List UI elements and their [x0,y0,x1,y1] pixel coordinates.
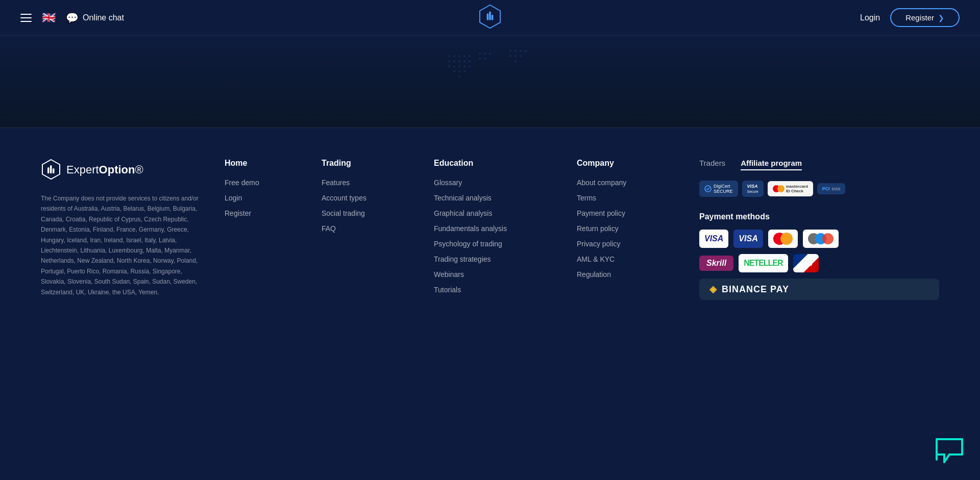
hamburger-menu[interactable] [20,14,32,22]
svg-point-30 [525,50,527,52]
account-types-link[interactable]: Account types [322,194,366,202]
list-item: Glossary [434,178,556,187]
svg-point-25 [479,58,481,60]
tab-affiliate-program[interactable]: Affiliate program [741,159,802,170]
svg-point-23 [484,53,486,55]
maestro-payment-card [803,230,839,248]
svg-rect-35 [47,167,50,173]
list-item: Graphical analysis [434,209,556,218]
about-company-link[interactable]: About company [577,179,626,187]
footer-disclaimer: The Company does not provide services to… [41,193,204,297]
footer-logo-text: ExpertOption® [66,163,143,176]
chat-icon: 💬 [66,12,79,24]
list-item: Features [322,178,413,187]
svg-point-10 [458,60,460,62]
payment-methods-title: Payment methods [699,212,939,221]
svg-rect-37 [53,168,55,173]
regulation-link[interactable]: Regulation [577,270,611,279]
svg-point-16 [463,65,465,67]
footer-trading-col: Trading Features Account types Social tr… [322,159,413,300]
payment-policy-link[interactable]: Payment policy [577,209,625,217]
binance-pay-card: ◈ BINANCE PAY [699,279,939,300]
svg-point-33 [520,55,522,57]
social-trading-link[interactable]: Social trading [322,209,365,217]
online-chat-label: Online chat [83,13,124,22]
binance-logo-icon: ◈ [709,284,717,295]
mastercard-id-check-badge: mastercardID Check [768,181,813,196]
language-flag[interactable]: 🇬🇧 [42,11,56,24]
svg-rect-1 [489,11,491,20]
maestro-icon [808,233,834,244]
list-item: Trading strategies [434,255,556,264]
neteller-text: NETELLER [744,259,782,268]
footer-company-heading: Company [577,159,679,168]
login-link[interactable]: Login [225,194,242,202]
svg-point-17 [469,65,471,67]
login-button[interactable]: Login [860,13,880,22]
tab-traders[interactable]: Traders [699,159,725,170]
svg-point-9 [453,60,455,62]
technical-analysis-link[interactable]: Technical analysis [434,194,492,202]
list-item: Privacy policy [577,239,679,248]
list-item: About company [577,178,679,187]
register-link[interactable]: Register [225,209,251,217]
return-policy-link[interactable]: Return policy [577,224,619,233]
free-demo-link[interactable]: Free demo [225,179,259,187]
mastercard-payment-card [768,230,798,248]
svg-point-22 [479,53,481,55]
svg-point-26 [484,58,486,60]
footer-education-heading: Education [434,159,556,168]
svg-point-24 [489,53,491,55]
register-arrow-icon: ❯ [938,14,944,22]
header-logo[interactable] [477,4,503,32]
privacy-policy-link[interactable]: Privacy policy [577,240,621,248]
footer-trading-heading: Trading [322,159,413,168]
visa-blue-text: VISA [739,234,757,243]
header: 🇬🇧 💬 Online chat Login Register ❯ [0,0,980,36]
svg-point-11 [463,60,465,62]
header-right: Login Register ❯ [860,8,960,27]
svg-point-4 [453,55,455,57]
footer-brand-col: ExpertOption® The Company does not provi… [41,159,204,300]
svg-point-19 [458,70,460,72]
psychology-trading-link[interactable]: Psychology of trading [434,240,502,248]
features-link[interactable]: Features [322,179,350,187]
list-item: Return policy [577,224,679,233]
svg-point-14 [453,65,455,67]
svg-point-3 [448,55,450,57]
webinars-link[interactable]: Webinars [434,270,464,279]
list-item: Fundamentals analysis [434,224,556,233]
aml-kyc-link[interactable]: AML & KYC [577,255,615,263]
footer-tab-row: Traders Affiliate program [699,159,939,170]
skrill-payment-card: Skrill [699,256,733,271]
faq-link[interactable]: FAQ [322,224,336,233]
footer-education-col: Education Glossary Technical analysis Gr… [434,159,556,300]
svg-point-34 [514,60,517,62]
footer-education-list: Glossary Technical analysis Graphical an… [434,178,556,294]
tutorials-link[interactable]: Tutorials [434,286,461,294]
register-button[interactable]: Register ❯ [890,8,960,27]
digicert-badge: DigiCertSECURE [699,181,738,197]
footer-trading-list: Features Account types Social trading FA… [322,178,413,233]
footer-home-col: Home Free demo Login Register [225,159,301,300]
neteller-payment-card: NETELLER [739,254,788,272]
online-chat-button[interactable]: 💬 Online chat [66,12,124,24]
corner-support-icon[interactable] [934,434,965,465]
svg-point-7 [469,55,471,57]
footer-company-list: About company Terms Payment policy Retur… [577,178,679,279]
terms-link[interactable]: Terms [577,194,596,202]
list-item: Regulation [577,270,679,279]
list-item: Payment policy [577,209,679,218]
svg-point-28 [514,50,517,52]
list-item: Tutorials [434,285,556,294]
footer-logo[interactable]: ExpertOption® [41,159,204,181]
glossary-link[interactable]: Glossary [434,179,462,187]
security-badges: DigiCertSECURE VISASecure mastercardID C… [699,181,939,197]
list-item: Technical analysis [434,193,556,203]
trading-strategies-link[interactable]: Trading strategies [434,255,491,263]
fundamentals-analysis-link[interactable]: Fundamentals analysis [434,224,507,233]
jcb-payment-card: JCB [793,254,819,272]
svg-point-12 [469,60,471,62]
svg-point-18 [453,70,455,72]
graphical-analysis-link[interactable]: Graphical analysis [434,209,492,217]
